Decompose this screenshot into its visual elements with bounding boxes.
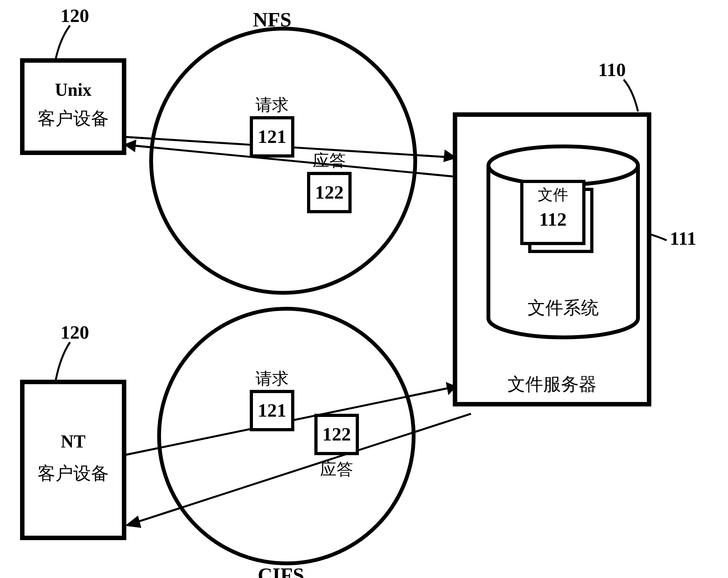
ref-110: 110 (598, 59, 626, 81)
cifs-request-label: 请求 (251, 368, 293, 390)
server-caption: 文件服务器 (455, 372, 649, 397)
file-num: 112 (522, 208, 584, 230)
nfs-response-label: 应答 (309, 150, 350, 172)
cifs-response-label: 应答 (316, 458, 357, 481)
nfs-request-label: 请求 (251, 94, 293, 116)
file-label: 文件 (522, 184, 584, 205)
cifs-request-num: 121 (251, 399, 293, 421)
protocol-nfs: NFS (253, 8, 291, 31)
cifs-response-num: 122 (316, 423, 357, 445)
nfs-response-num: 122 (309, 181, 350, 203)
unix-client-name: Unix (22, 80, 124, 100)
svg-point-9 (159, 309, 414, 563)
svg-rect-19 (22, 382, 124, 538)
svg-point-25 (488, 146, 638, 184)
nt-client-name: NT (22, 431, 124, 452)
unix-client-caption: 客户设备 (22, 107, 124, 131)
nfs-request-num: 121 (251, 126, 293, 148)
cylinder-label: 文件系统 (488, 296, 638, 320)
protocol-cifs: CIFS (258, 563, 304, 578)
ref-120-bottom: 120 (60, 322, 89, 344)
ref-120-top: 120 (60, 5, 89, 27)
ref-111: 111 (670, 228, 696, 250)
nt-client-caption: 客户设备 (22, 461, 124, 486)
